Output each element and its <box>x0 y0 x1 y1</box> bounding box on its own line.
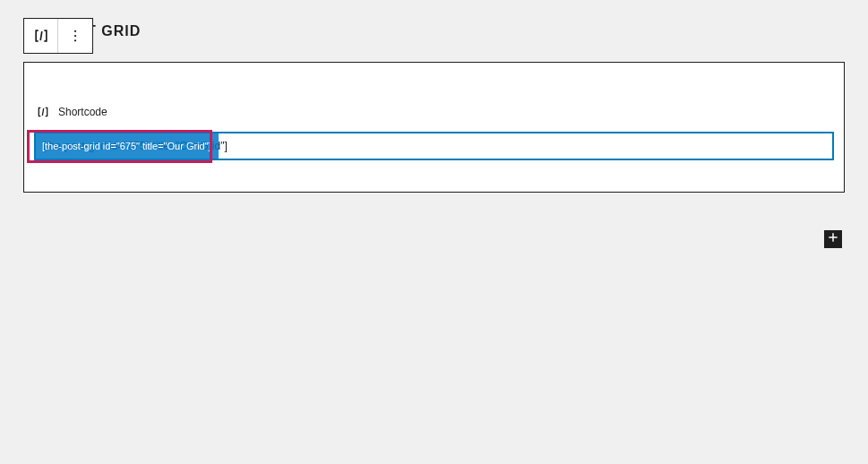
add-block-button[interactable] <box>824 230 842 248</box>
shortcode-block-label: Shortcode <box>58 106 107 118</box>
svg-point-2 <box>74 39 76 41</box>
svg-point-0 <box>74 30 76 32</box>
shortcode-block-header: Shortcode <box>35 104 833 120</box>
editor-canvas: T GRID Shortcode <box>0 0 868 464</box>
svg-point-1 <box>74 35 76 37</box>
block-toolbar <box>23 18 93 54</box>
block-type-button[interactable] <box>24 19 58 53</box>
shortcode-block[interactable]: Shortcode [the-post-grid id="675" title=… <box>23 62 845 193</box>
shortcode-input[interactable] <box>35 133 833 159</box>
plus-icon <box>827 231 839 247</box>
shortcode-icon <box>32 27 50 45</box>
more-vertical-icon <box>67 28 83 44</box>
shortcode-icon <box>35 104 51 120</box>
page-title: T GRID <box>87 23 141 39</box>
block-options-button[interactable] <box>58 19 92 53</box>
shortcode-input-wrap: [the-post-grid id="675" title="Our Grid"… <box>35 133 833 159</box>
